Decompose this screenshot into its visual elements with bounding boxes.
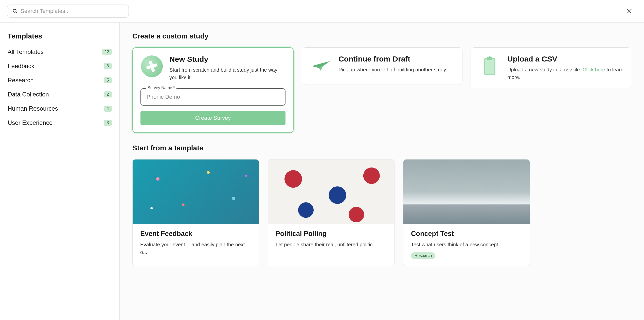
count-badge: 6 <box>104 63 112 69</box>
svg-rect-7 <box>485 59 494 74</box>
search-icon <box>12 8 18 14</box>
sidebar-item-label: Human Resources <box>8 105 58 112</box>
template-title: Political Polling <box>276 230 387 238</box>
sidebar-item-user-experience[interactable]: User Experience 3 <box>8 116 112 130</box>
card-header: Continue from Draft Pick up where you le… <box>310 55 455 77</box>
survey-name-input[interactable] <box>140 88 285 106</box>
card-text: Upload a CSV Upload a new study in a .cs… <box>507 55 623 81</box>
template-card-concept-test[interactable]: Concept Test Test what users think of a … <box>403 159 530 266</box>
template-desc: Test what users think of a new concept <box>411 241 522 248</box>
template-body: Political Polling Let people share their… <box>268 224 394 255</box>
upload-csv-card[interactable]: Upload a CSV Upload a new study in a .cs… <box>471 47 631 88</box>
template-thumbnail <box>403 159 530 224</box>
card-text: Continue from Draft Pick up where you le… <box>338 55 455 73</box>
sidebar: Templates All Templates 12 Feedback 6 Re… <box>0 23 120 320</box>
card-title: New Study <box>169 55 285 64</box>
template-card-political-polling[interactable]: Political Polling Let people share their… <box>268 159 395 266</box>
main-panel: Create a custom study New Study Start fr… <box>120 23 644 320</box>
template-desc: Evaluate your event— and easily plan the… <box>140 241 251 256</box>
survey-name-field: Survey Name * <box>140 88 285 106</box>
count-badge: 12 <box>102 49 112 55</box>
card-header: New Study Start from scratch and build a… <box>140 55 285 81</box>
svg-point-0 <box>13 9 16 12</box>
custom-study-row: New Study Start from scratch and build a… <box>132 47 631 133</box>
sidebar-item-all-templates[interactable]: All Templates 12 <box>8 45 112 59</box>
sidebar-item-label: Research <box>8 77 34 84</box>
card-desc: Upload a new study in a .csv file. Click… <box>507 66 623 81</box>
sidebar-item-label: Feedback <box>8 63 34 70</box>
svg-line-1 <box>16 12 17 13</box>
clipboard-icon <box>478 55 501 77</box>
card-header: Upload a CSV Upload a new study in a .cs… <box>478 55 623 81</box>
search-input[interactable] <box>7 5 129 18</box>
sidebar-item-data-collection[interactable]: Data Collection 2 <box>8 87 112 102</box>
sidebar-item-label: Data Collection <box>8 91 49 98</box>
templates-row: Event Feedback Evaluate your event— and … <box>132 159 631 266</box>
template-card-event-feedback[interactable]: Event Feedback Evaluate your event— and … <box>132 159 259 266</box>
start-from-template-title: Start from a template <box>132 144 631 152</box>
new-study-card[interactable]: New Study Start from scratch and build a… <box>132 47 294 133</box>
sidebar-item-research[interactable]: Research 5 <box>8 73 112 87</box>
plus-icon <box>140 55 163 78</box>
create-survey-button[interactable]: Create Survey <box>140 111 285 125</box>
field-label: Survey Name * <box>146 86 176 90</box>
sidebar-item-feedback[interactable]: Feedback 6 <box>8 59 112 73</box>
count-badge: 4 <box>104 106 112 112</box>
create-custom-study-title: Create a custom study <box>132 32 631 40</box>
search-wrapper <box>7 5 129 18</box>
sidebar-title: Templates <box>8 32 112 40</box>
template-thumbnail <box>133 159 259 224</box>
desc-prefix: Upload a new study in a .csv file. <box>507 67 583 72</box>
sidebar-item-label: User Experience <box>8 119 52 126</box>
card-text: New Study Start from scratch and build a… <box>169 55 285 81</box>
click-here-link[interactable]: Click here <box>583 67 605 72</box>
modal-header <box>0 0 644 23</box>
sidebar-list: All Templates 12 Feedback 6 Research 5 D… <box>8 45 112 130</box>
paper-plane-icon <box>310 55 332 77</box>
card-desc: Pick up where you left off building anot… <box>338 66 455 73</box>
template-title: Concept Test <box>411 230 522 238</box>
close-button[interactable] <box>624 6 634 16</box>
sidebar-item-human-resources[interactable]: Human Resources 4 <box>8 102 112 116</box>
count-badge: 2 <box>104 91 112 97</box>
template-desc: Let people share their real, unfiltered … <box>276 241 387 248</box>
card-desc: Start from scratch and build a study jus… <box>169 66 285 81</box>
svg-rect-9 <box>489 56 491 58</box>
template-body: Concept Test Test what users think of a … <box>403 224 530 266</box>
template-title: Event Feedback <box>140 230 251 238</box>
template-tag: Research <box>411 252 435 259</box>
template-thumbnail <box>268 159 394 224</box>
card-title: Continue from Draft <box>338 55 455 63</box>
sidebar-item-label: All Templates <box>8 48 44 55</box>
count-badge: 5 <box>104 77 112 83</box>
count-badge: 3 <box>104 120 112 126</box>
continue-draft-card[interactable]: Continue from Draft Pick up where you le… <box>302 47 462 85</box>
template-body: Event Feedback Evaluate your event— and … <box>133 224 259 263</box>
content: Templates All Templates 12 Feedback 6 Re… <box>0 23 644 320</box>
card-title: Upload a CSV <box>507 55 623 63</box>
